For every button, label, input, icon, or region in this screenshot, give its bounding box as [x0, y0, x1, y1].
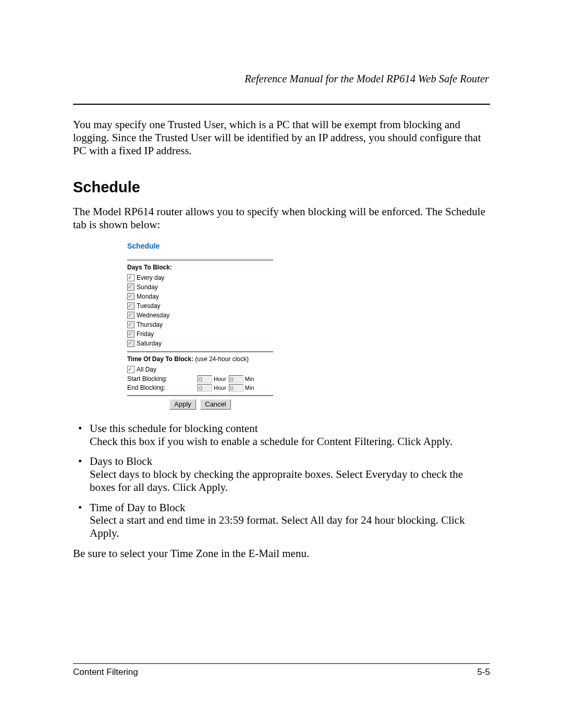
min-input[interactable]: 0: [229, 375, 243, 383]
day-row: Thursday: [127, 320, 273, 329]
days-to-block-heading: Days To Block:: [127, 264, 273, 271]
section-intro: The Model RP614 router allows you to spe…: [73, 205, 490, 231]
day-label: Friday: [137, 329, 154, 339]
day-row: Wednesday: [127, 311, 273, 320]
intro-paragraph: You may specify one Trusted User, which …: [73, 118, 490, 157]
all-day-checkbox[interactable]: [127, 366, 134, 373]
time-heading-bold: Time Of Day To Block:: [127, 355, 193, 363]
section-heading-schedule: Schedule: [73, 179, 490, 196]
day-checkbox: [127, 330, 134, 338]
list-item-title: Time of Day to Block: [90, 501, 490, 514]
time-heading-note: (use 24-hour clock): [193, 355, 249, 363]
list-item-title: Days to Block: [90, 455, 490, 468]
day-checkbox: [127, 293, 134, 300]
footer-rule: [73, 663, 490, 664]
list-item: Time of Day to BlockSelect a start and e…: [73, 501, 490, 540]
list-item-body: Check this box if you wish to enable a s…: [90, 435, 490, 448]
day-checkbox: [127, 340, 134, 347]
min-unit: Min: [245, 385, 254, 391]
time-of-day-heading: Time Of Day To Block: (use 24-hour clock…: [127, 355, 273, 363]
page-header: Reference Manual for the Model RP614 Web…: [73, 73, 489, 85]
all-day-label: All Day: [137, 365, 156, 374]
header-rule: [73, 104, 490, 105]
list-item: Use this schedule for blocking contentCh…: [73, 422, 490, 448]
closing-paragraph: Be sure to select your Time Zone in the …: [73, 547, 490, 560]
day-label: Sunday: [137, 282, 158, 292]
ui-panel-title: Schedule: [127, 242, 273, 250]
footer-left: Content Filtering: [73, 667, 138, 677]
hour-input[interactable]: 0: [198, 384, 212, 392]
day-row: Saturday: [127, 339, 273, 348]
day-row: Friday: [127, 329, 273, 339]
day-row: Monday: [127, 292, 273, 301]
footer-right: 5-5: [477, 667, 490, 677]
description-list: Use this schedule for blocking contentCh…: [73, 422, 490, 540]
button-row: Apply Cancel: [127, 399, 273, 410]
day-row: Sunday: [127, 282, 273, 292]
apply-button[interactable]: Apply: [169, 399, 196, 410]
ui-divider: [127, 395, 273, 396]
hour-input[interactable]: 0: [198, 375, 212, 383]
time-row-label: Start Blocking:: [127, 375, 197, 382]
start-blocking-row: Start Blocking:0Hour0Min: [127, 375, 273, 383]
list-item-body: Select days to block by checking the app…: [90, 468, 490, 494]
day-label: Wednesday: [137, 311, 169, 320]
day-checkbox: [127, 302, 134, 310]
day-label: Tuesday: [137, 301, 161, 311]
day-label: Monday: [137, 292, 159, 301]
end-blocking-row: End Blocking:0Hour0Min: [127, 384, 273, 392]
list-item: Days to BlockSelect days to block by che…: [73, 455, 490, 493]
all-day-row: All Day: [127, 365, 273, 374]
min-input[interactable]: 0: [229, 384, 243, 392]
day-label: Thursday: [137, 320, 163, 329]
hour-unit: Hour: [214, 376, 226, 382]
list-item-title: Use this schedule for blocking content: [90, 422, 490, 435]
day-checkbox[interactable]: [127, 274, 134, 281]
list-item-body: Select a start and end time in 23:59 for…: [90, 514, 490, 540]
day-checkbox: [127, 321, 134, 328]
day-checkbox: [127, 312, 134, 319]
day-label: Every day: [137, 273, 164, 282]
day-row: Every day: [127, 273, 273, 282]
day-checkbox: [127, 283, 134, 291]
ui-divider: [127, 260, 273, 261]
cancel-button[interactable]: Cancel: [200, 399, 230, 410]
schedule-ui-figure: Schedule Days To Block: Every daySundayM…: [127, 242, 273, 410]
time-row-label: End Blocking:: [127, 384, 197, 391]
min-unit: Min: [245, 376, 254, 382]
day-row: Tuesday: [127, 301, 273, 311]
page-footer: Content Filtering 5-5: [73, 663, 490, 677]
hour-unit: Hour: [214, 385, 226, 391]
day-label: Saturday: [137, 339, 162, 348]
ui-divider: [127, 351, 273, 352]
